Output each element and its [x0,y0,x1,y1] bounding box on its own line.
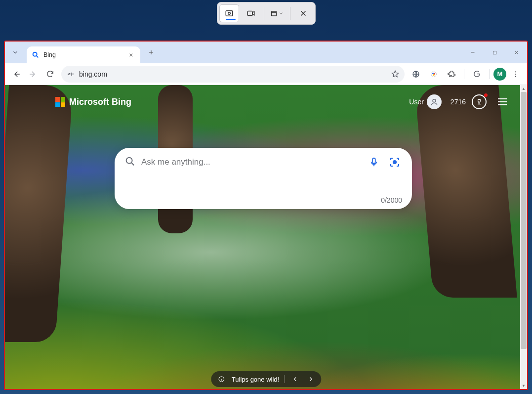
snip-separator [264,7,264,20]
svg-rect-2 [247,11,252,16]
scroll-up-arrow[interactable]: ▲ [520,85,527,92]
scrollbar-thumb[interactable] [521,92,527,349]
site-info-icon[interactable] [66,70,75,79]
user-label: User [409,98,424,106]
nav-back-button[interactable] [8,66,25,83]
hamburger-menu-button[interactable] [495,95,509,109]
bing-header: Microsoft Bing User 2716 [5,91,520,113]
nav-forward-button[interactable] [25,66,41,83]
microsoft-logo-icon [55,97,65,107]
image-info-bar: Tulips gone wild! [211,371,321,387]
tab-strip: Bing [5,42,527,63]
search-box: 0/2000 [115,148,412,209]
next-image-button[interactable] [305,374,316,385]
background-image [5,85,520,389]
snip-separator [290,7,290,20]
extensions-button[interactable] [443,66,460,83]
svg-point-15 [433,99,436,102]
snip-rectangular-button[interactable] [219,4,239,22]
page-content: Microsoft Bing User 2716 [5,85,527,389]
svg-point-1 [228,12,230,15]
rewards-trophy-icon [472,94,487,109]
browser-toolbar: bing.com M [5,63,527,85]
svg-point-11 [433,74,434,75]
snipping-toolbar [217,2,316,25]
tab-favicon-search-icon [32,51,40,59]
new-tab-button[interactable] [144,45,158,59]
browser-menu-button[interactable] [507,66,524,83]
snip-video-button[interactable] [241,4,261,22]
svg-point-9 [432,72,434,74]
scroll-down-arrow[interactable]: ▼ [520,382,527,389]
bing-logo[interactable]: Microsoft Bing [55,97,131,107]
svg-rect-3 [272,11,277,16]
bookmark-star-icon[interactable] [391,70,400,79]
rewards-notification-dot [484,93,488,97]
svg-point-14 [515,76,516,77]
snip-window-mode-button[interactable] [267,4,287,22]
svg-point-4 [33,52,37,56]
google-shortcut-icon[interactable] [468,66,485,83]
svg-point-6 [68,74,69,74]
window-maximize-button[interactable] [484,42,505,63]
browser-window: Bing [4,41,528,390]
browser-tab[interactable]: Bing [27,46,140,63]
user-avatar-icon [427,94,442,109]
tab-search-button[interactable] [8,45,23,60]
search-input[interactable] [141,157,361,167]
svg-point-18 [393,161,396,164]
svg-point-13 [515,73,516,74]
address-url: bing.com [79,70,387,78]
window-close-button[interactable] [505,42,527,63]
nav-reload-button[interactable] [41,66,58,83]
tab-close-button[interactable] [126,50,135,59]
snip-close-button[interactable] [293,4,313,22]
vertical-scrollbar[interactable]: ▲ ▼ [520,85,527,389]
address-bar[interactable]: bing.com [61,66,405,83]
visual-search-button[interactable] [387,155,402,170]
svg-rect-17 [372,158,375,164]
search-icon [124,156,135,169]
image-caption: Tulips gone wild! [232,376,279,383]
prev-image-button[interactable] [289,374,300,385]
svg-point-16 [126,158,132,164]
window-minimize-button[interactable] [462,42,484,63]
rewards-points: 2716 [450,98,466,106]
tab-title: Bing [43,51,123,58]
user-account-button[interactable]: User [409,94,442,109]
extension-globe-icon[interactable] [408,66,424,83]
profile-initial: M [497,70,503,78]
profile-avatar[interactable]: M [493,68,506,81]
rewards-button[interactable]: 2716 [450,94,487,109]
image-info-icon[interactable] [216,374,227,385]
svg-point-12 [515,71,516,72]
char-counter: 0/2000 [381,196,402,204]
svg-rect-5 [493,51,496,54]
extension-lens-icon[interactable] [425,66,442,83]
svg-rect-0 [226,11,233,16]
voice-search-button[interactable] [367,155,381,170]
bing-logo-text: Microsoft Bing [69,97,131,107]
